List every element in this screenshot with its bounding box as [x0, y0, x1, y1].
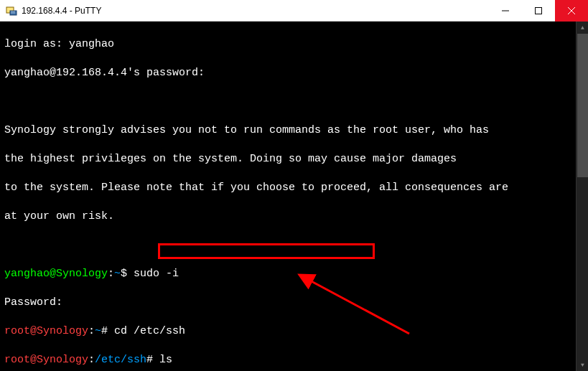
- warning-line: to the system. Please note that if you c…: [4, 181, 584, 195]
- svg-rect-5: [536, 8, 542, 14]
- prompt-line: root@Synology:~# cd /etc/ssh: [4, 324, 584, 339]
- minimize-button[interactable]: [489, 0, 522, 22]
- close-button[interactable]: [555, 0, 588, 22]
- warning-line: Synology strongly advises you not to run…: [4, 123, 584, 138]
- login-line: login as: yanghao: [4, 37, 584, 52]
- window-title: 192.168.4.4 - PuTTY: [22, 4, 489, 18]
- password-label: Password:: [4, 296, 584, 310]
- window-controls: [489, 0, 588, 21]
- putty-icon: [6, 5, 17, 17]
- prompt-line: yanghao@Synology:~$ sudo -i: [4, 267, 584, 281]
- terminal-scrollbar[interactable]: ▲ ▼: [576, 22, 588, 371]
- warning-line: the highest privileges on the system. Do…: [4, 152, 584, 166]
- prompt-line: root@Synology:/etc/ssh# ls: [4, 353, 584, 367]
- maximize-button[interactable]: [522, 0, 555, 22]
- scroll-down-button[interactable]: ▼: [577, 359, 588, 371]
- password-prompt-line: yanghao@192.168.4.4's password:: [4, 66, 584, 80]
- terminal-area[interactable]: login as: yanghao yanghao@192.168.4.4's …: [0, 22, 588, 371]
- scroll-thumb[interactable]: [577, 34, 588, 177]
- window-titlebar: 192.168.4.4 - PuTTY: [0, 0, 588, 22]
- scroll-up-button[interactable]: ▲: [577, 22, 588, 34]
- warning-line: at your own risk.: [4, 210, 584, 224]
